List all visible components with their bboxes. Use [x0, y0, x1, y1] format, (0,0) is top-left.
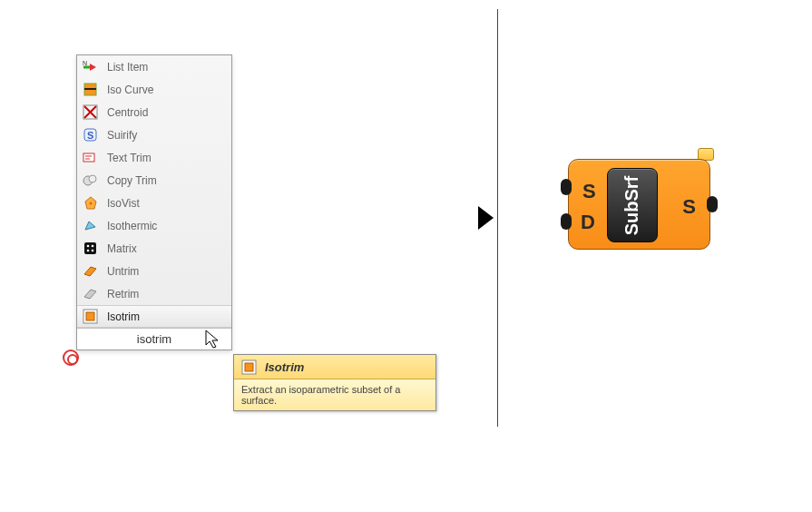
menu-item-isotrim[interactable]: Isotrim: [77, 305, 231, 328]
tooltip: Isotrim Extract an isoparametric subset …: [233, 354, 436, 411]
component-name: SubSrf: [622, 175, 643, 235]
svg-rect-15: [84, 242, 96, 254]
input-port-s[interactable]: S: [582, 180, 596, 203]
svg-rect-9: [83, 153, 94, 162]
isothermic-icon: [79, 215, 101, 237]
search-input[interactable]: isotrim: [77, 328, 231, 350]
menu-item-retrim[interactable]: Retrim: [77, 282, 231, 305]
menu-item-suirify[interactable]: SSuirify: [77, 123, 231, 146]
iso-curve-icon: [79, 79, 101, 101]
svg-point-13: [89, 175, 96, 182]
menu-item-centroid[interactable]: Centroid: [77, 101, 231, 123]
component-node[interactable]: S D S SubSrf: [568, 159, 710, 250]
arrow-right-icon: [478, 206, 494, 230]
svg-text:S: S: [87, 130, 93, 141]
text-trim-icon: [79, 147, 101, 169]
list-item-icon: N: [79, 56, 101, 78]
menu-item-label: Untrim: [107, 265, 139, 278]
menu-item-isovist[interactable]: IsoVist: [77, 192, 231, 214]
menu-item-label: List Item: [107, 61, 148, 74]
canvas-target-icon: [63, 350, 79, 366]
component-search-panel[interactable]: NList ItemIso CurveCentroidSSuirifyText …: [76, 54, 232, 350]
menu-item-list-item[interactable]: NList Item: [77, 55, 231, 78]
isotrim-icon: [240, 358, 258, 376]
menu-item-copy-trim[interactable]: Copy Trim: [77, 169, 231, 192]
menu-item-isothermic[interactable]: Isothermic: [77, 214, 231, 237]
svg-rect-23: [245, 363, 253, 371]
input-grip-2[interactable]: [561, 213, 572, 230]
input-grip-1[interactable]: [561, 179, 572, 195]
input-port-d[interactable]: D: [581, 211, 595, 234]
menu-item-label: Isotrim: [107, 310, 140, 323]
menu-item-label: Suirify: [107, 129, 137, 142]
menu-item-untrim[interactable]: Untrim: [77, 260, 231, 282]
centroid-icon: [79, 102, 101, 123]
menu-item-matrix[interactable]: Matrix: [77, 237, 231, 260]
menu-item-label: IsoVist: [107, 197, 140, 210]
menu-item-label: Text Trim: [107, 152, 152, 164]
menu-item-label: Matrix: [107, 242, 137, 255]
component-core: SubSrf: [607, 168, 658, 242]
menu-item-label: Centroid: [107, 106, 148, 119]
untrim-icon: [79, 261, 101, 282]
suirify-icon: S: [79, 124, 101, 146]
menu-item-label: Isothermic: [107, 220, 157, 232]
svg-point-19: [91, 250, 93, 252]
retrim-icon: [79, 283, 101, 305]
matrix-icon: [79, 238, 101, 260]
svg-rect-21: [86, 312, 94, 320]
output-port-s[interactable]: S: [682, 195, 696, 219]
isotrim-icon: [79, 306, 101, 328]
isovist-icon: [79, 192, 101, 214]
menu-item-iso-curve[interactable]: Iso Curve: [77, 78, 231, 101]
tooltip-body: Extract an isoparametric subset of a sur…: [234, 379, 435, 410]
menu-item-label: Iso Curve: [107, 84, 153, 96]
svg-point-14: [89, 202, 92, 205]
svg-text:N: N: [83, 60, 87, 66]
svg-point-16: [86, 245, 89, 248]
copy-trim-icon: [79, 170, 101, 192]
svg-point-17: [91, 245, 93, 248]
menu-item-label: Retrim: [107, 288, 139, 300]
menu-item-text-trim[interactable]: Text Trim: [77, 146, 231, 169]
menu-item-label: Copy Trim: [107, 174, 157, 187]
vertical-divider: [497, 9, 498, 427]
output-grip-1[interactable]: [707, 196, 718, 212]
tooltip-title: Isotrim: [265, 360, 304, 374]
svg-point-18: [86, 250, 89, 252]
